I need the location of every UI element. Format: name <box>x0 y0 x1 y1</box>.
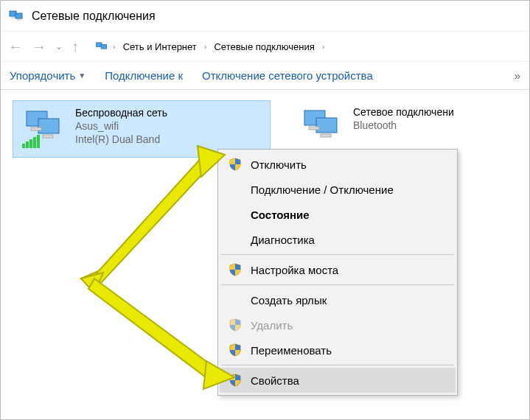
connection-name: Сетевое подключени <box>353 106 454 118</box>
toolbar-label: Отключение сетевого устройства <box>202 69 373 82</box>
forward-button[interactable]: → <box>32 39 46 54</box>
organize-menu[interactable]: Упорядочить ▼ <box>10 69 86 82</box>
connection-sub: Bluetooth <box>353 119 454 131</box>
shield-icon <box>227 343 243 357</box>
control-panel-icon <box>95 39 108 55</box>
shield-icon <box>227 318 243 332</box>
menu-label: Свойства <box>251 374 299 387</box>
svg-rect-16 <box>316 118 337 133</box>
menu-separator <box>221 284 454 285</box>
svg-rect-7 <box>38 119 59 133</box>
svg-rect-3 <box>17 19 21 21</box>
window-title: Сетевые подключения <box>32 10 156 23</box>
blank-icon <box>227 182 243 197</box>
menu-label: Настройка моста <box>251 264 338 276</box>
chevron-right-icon[interactable]: › <box>322 42 325 51</box>
menu-label: Отключить <box>251 158 307 171</box>
breadcrumb-item[interactable]: Сеть и Интернет <box>120 40 200 54</box>
context-menu: Отключить Подключение / Отключение Состо… <box>217 149 458 396</box>
connection-ssid: Asus_wifi <box>75 120 167 132</box>
connection-item-bluetooth[interactable]: Сетевое подключени Bluetooth <box>291 100 475 156</box>
connection-text: Беспроводная сеть Asus_wifi Intel(R) Dua… <box>75 107 167 151</box>
control-panel-icon <box>8 7 24 25</box>
svg-rect-10 <box>22 144 25 148</box>
svg-rect-1 <box>15 13 22 18</box>
breadcrumb-item[interactable]: Сетевые подключения <box>211 40 317 54</box>
menu-item-diagnostics[interactable]: Диагностика <box>220 227 456 252</box>
menu-item-status[interactable]: Состояние <box>220 202 456 227</box>
back-button[interactable]: ← <box>8 39 23 54</box>
svg-rect-18 <box>321 134 331 137</box>
menu-item-disable[interactable]: Отключить <box>220 152 456 177</box>
menu-item-properties[interactable]: Свойства <box>220 368 456 393</box>
shield-icon <box>227 373 243 388</box>
connection-text: Сетевое подключени Bluetooth <box>353 106 454 150</box>
toolbar: Упорядочить ▼ Подключение к Отключение с… <box>1 62 529 90</box>
svg-rect-2 <box>11 17 15 18</box>
svg-rect-17 <box>309 127 319 130</box>
menu-separator <box>221 365 454 365</box>
menu-label: Создать ярлык <box>251 294 327 307</box>
menu-item-rename[interactable]: Переименовать <box>220 337 456 363</box>
window-titlebar: Сетевые подключения <box>1 1 529 32</box>
menu-label: Подключение / Отключение <box>251 183 394 196</box>
menu-item-create-shortcut[interactable]: Создать ярлык <box>220 287 456 312</box>
blank-icon <box>227 207 243 222</box>
disable-device-button[interactable]: Отключение сетевого устройства <box>202 69 373 82</box>
toolbar-label: Подключение к <box>105 69 183 82</box>
chevron-down-icon: ▼ <box>78 71 86 80</box>
svg-rect-8 <box>31 127 41 130</box>
menu-item-connect-disconnect[interactable]: Подключение / Отключение <box>220 177 456 202</box>
svg-rect-5 <box>101 44 106 49</box>
up-button[interactable]: ↑ <box>72 39 79 54</box>
connection-adapter: Intel(R) Dual Band <box>75 133 167 145</box>
svg-rect-13 <box>33 137 36 148</box>
blank-icon <box>227 232 243 247</box>
shield-icon <box>227 262 243 277</box>
menu-label: Состояние <box>251 209 310 221</box>
menu-label: Удалить <box>251 319 293 332</box>
recent-dropdown[interactable]: ⌄ <box>55 42 63 51</box>
toolbar-label: Упорядочить <box>10 69 75 82</box>
nav-row: ← → ⌄ ↑ › Сеть и Интернет › Сетевые подк… <box>1 32 529 62</box>
menu-item-delete: Удалить <box>220 312 456 337</box>
menu-label: Переименовать <box>251 344 332 357</box>
chevron-right-icon[interactable]: › <box>113 42 116 51</box>
blank-icon <box>227 293 243 307</box>
menu-item-bridge[interactable]: Настройка моста <box>220 257 456 282</box>
breadcrumb[interactable]: › Сеть и Интернет › Сетевые подключения … <box>91 36 522 57</box>
menu-label: Диагностика <box>251 234 315 246</box>
network-connection-icon <box>299 106 346 150</box>
nav-arrows: ← → ⌄ ↑ <box>8 39 79 54</box>
svg-rect-9 <box>43 135 53 138</box>
shield-icon <box>227 157 243 172</box>
chevron-right-icon[interactable]: › <box>204 42 207 51</box>
menu-separator <box>221 254 454 255</box>
toolbar-overflow[interactable]: » <box>515 69 520 82</box>
svg-rect-14 <box>37 135 40 148</box>
svg-rect-12 <box>29 139 32 148</box>
connection-name: Беспроводная сеть <box>75 107 167 119</box>
connect-to-button[interactable]: Подключение к <box>105 69 183 82</box>
svg-rect-11 <box>26 141 29 148</box>
network-connection-icon <box>21 107 68 151</box>
